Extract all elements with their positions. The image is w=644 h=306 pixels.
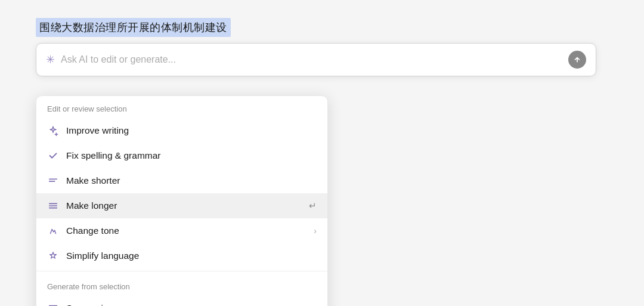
ai-submit-button[interactable]: [568, 51, 586, 69]
checkmark-icon: [47, 150, 59, 162]
lines-long-icon: [47, 200, 59, 212]
ai-sparkle-icon: ✳: [46, 53, 55, 66]
lines-short-icon: [47, 175, 59, 187]
make-longer-label: Make longer: [66, 200, 302, 211]
sparkle-icon: [47, 125, 59, 137]
menu-item-make-shorter[interactable]: Make shorter: [36, 168, 327, 193]
fix-spelling-label: Fix spelling & grammar: [66, 150, 317, 161]
simplify-language-label: Simplify language: [66, 251, 317, 261]
menu-item-simplify-language[interactable]: Simplify language: [36, 243, 327, 268]
summarize-icon: [47, 302, 59, 306]
section1-label: Edit or review selection: [36, 96, 327, 118]
enter-icon: ↵: [309, 200, 317, 211]
ai-input-bar: ✳ Ask AI to edit or generate...: [36, 43, 596, 76]
ai-placeholder[interactable]: Ask AI to edit or generate...: [61, 54, 562, 65]
menu-item-make-longer[interactable]: Make longer ↵: [36, 193, 327, 218]
menu-item-change-tone[interactable]: Change tone ›: [36, 218, 327, 243]
tone-icon: [47, 225, 59, 237]
ai-dropdown-menu: Edit or review selection Improve writing…: [36, 95, 328, 306]
main-container: 围绕大数据治理所开展的体制机制建设 ✳ Ask AI to edit or ge…: [36, 18, 608, 76]
selected-text: 围绕大数据治理所开展的体制机制建设: [36, 18, 231, 37]
improve-writing-label: Improve writing: [66, 125, 317, 136]
menu-item-improve-writing[interactable]: Improve writing: [36, 118, 327, 143]
simplify-icon: [47, 250, 59, 262]
change-tone-label: Change tone: [66, 225, 306, 236]
arrow-up-icon: [573, 55, 581, 64]
menu-item-fix-spelling[interactable]: Fix spelling & grammar: [36, 143, 327, 168]
section2-label: Generate from selection: [36, 274, 327, 296]
make-shorter-label: Make shorter: [66, 175, 317, 186]
summarize-label: Summarize: [66, 303, 317, 306]
chevron-right-icon: ›: [314, 226, 317, 236]
menu-item-summarize[interactable]: Summarize: [36, 296, 327, 306]
section-divider: [36, 271, 327, 271]
